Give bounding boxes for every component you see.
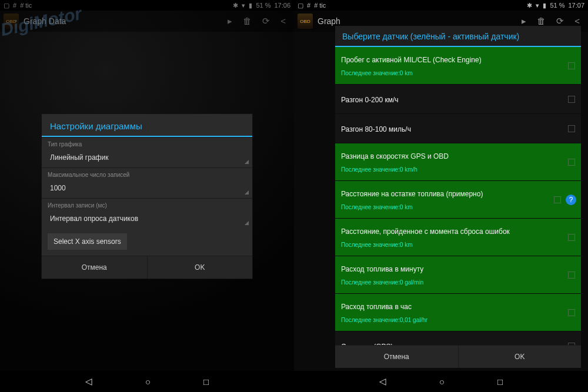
back-icon[interactable]: ◁ bbox=[379, 376, 386, 387]
sensor-name: Скорость (GPS) bbox=[341, 343, 561, 346]
sensor-row[interactable]: Разница в скоростях GPS и OBDПоследнее з… bbox=[335, 143, 581, 181]
sensor-select-dialog: Выберите датчик (зелёный - активный датч… bbox=[335, 26, 581, 368]
clock: 17:07 bbox=[568, 2, 584, 9]
sensor-name: Разгон 80-100 миль/ч bbox=[341, 125, 561, 133]
max-records-label: Максимальное число записей bbox=[42, 167, 252, 179]
recent-icon[interactable]: □ bbox=[497, 377, 503, 387]
select-x-axis-button[interactable]: Select X axis sensors bbox=[48, 233, 127, 250]
sensor-row[interactable]: Разгон 0-200 км/ч bbox=[335, 85, 581, 114]
chart-type-dropdown[interactable]: Линейный график bbox=[42, 149, 252, 167]
trash-icon[interactable]: 🗑 bbox=[537, 16, 546, 26]
home-icon[interactable]: ○ bbox=[145, 377, 151, 387]
sensor-name: Расстояние, пройденное с момента сброса … bbox=[341, 227, 561, 236]
sensor-row[interactable]: Расход топлива в минутуПоследнее значени… bbox=[335, 256, 581, 294]
sensor-last-value: Последнее значение:0 km bbox=[341, 204, 561, 210]
checkbox-icon[interactable] bbox=[568, 272, 575, 279]
sensor-name: Расход топлива в час bbox=[341, 303, 561, 311]
status-app-text: # tic bbox=[314, 2, 326, 9]
back-icon[interactable]: ◁ bbox=[85, 376, 92, 387]
sensor-last-value: Последнее значение:0 km/h bbox=[341, 166, 561, 173]
screen-right: ▢ # # tic ✱ ▾ ▮ 51 % 17:07 OBD Graph ▸ 🗑… bbox=[294, 0, 588, 392]
sensor-last-value: Последнее значение:0 km bbox=[341, 70, 561, 76]
share-icon[interactable]: < bbox=[574, 16, 580, 26]
chart-type-label: Тип графика bbox=[42, 137, 252, 149]
help-icon[interactable]: ? bbox=[566, 195, 576, 205]
screen-left: ▢ # # tic ✱ ▾ ▮ 51 % 17:06 OBD Graph Dat… bbox=[0, 0, 294, 392]
sensor-row[interactable]: Скорость (GPS) bbox=[335, 331, 581, 345]
sensor-last-value: Последнее значение:0 gal/min bbox=[341, 279, 561, 286]
wifi-icon: ▾ bbox=[536, 2, 539, 9]
sensor-row[interactable]: Расстояние, пройденное с момента сброса … bbox=[335, 219, 581, 256]
ok-button[interactable]: OK bbox=[458, 346, 582, 368]
sensor-name: Расход топлива в минуту bbox=[341, 265, 561, 273]
checkbox-icon[interactable] bbox=[568, 159, 575, 166]
record-interval-label: Интервал записи (мс) bbox=[42, 198, 252, 210]
ok-button[interactable]: OK bbox=[147, 256, 253, 279]
sensor-name: Пробег с активной MIL/CEL (Check Engine) bbox=[341, 56, 561, 64]
checkbox-icon[interactable] bbox=[568, 62, 575, 69]
checkbox-icon[interactable] bbox=[568, 343, 575, 346]
sensor-dialog-title: Выберите датчик (зелёный - активный датч… bbox=[335, 26, 581, 47]
graph-settings-dialog: Настройки диаграммы Тип графика Линейный… bbox=[41, 113, 253, 279]
home-icon[interactable]: ○ bbox=[439, 377, 445, 387]
sensor-list[interactable]: Пробег с активной MIL/CEL (Check Engine)… bbox=[335, 47, 581, 345]
nav-bar: ◁ ○ □ bbox=[0, 371, 294, 392]
battery-percent: 51 % bbox=[550, 2, 564, 9]
sensor-row[interactable]: Разгон 80-100 миль/ч bbox=[335, 114, 581, 143]
sensor-last-value: Последнее значение:0 km bbox=[341, 242, 561, 248]
reload-icon[interactable]: ⟳ bbox=[556, 16, 564, 26]
cancel-button[interactable]: Отмена bbox=[42, 256, 147, 279]
sensor-last-value: Последнее значение:0,01 gal/hr bbox=[341, 317, 561, 323]
cancel-button[interactable]: Отмена bbox=[335, 346, 458, 368]
hash-icon: # bbox=[307, 2, 310, 9]
max-records-dropdown[interactable]: 1000 bbox=[42, 179, 252, 198]
app-title: Graph bbox=[318, 16, 340, 26]
nav-bar: ◁ ○ □ bbox=[294, 371, 588, 392]
checkbox-icon[interactable] bbox=[568, 96, 575, 103]
checkbox-icon[interactable] bbox=[568, 309, 575, 316]
battery-icon: ▮ bbox=[543, 2, 546, 9]
record-interval-dropdown[interactable]: Интервал опроса датчиков bbox=[42, 210, 252, 229]
sensor-row[interactable]: Расстояние на остатке топлива (примерно)… bbox=[335, 181, 581, 219]
recent-icon[interactable]: □ bbox=[203, 377, 209, 387]
sensor-name: Разгон 0-200 км/ч bbox=[341, 96, 561, 104]
play-icon[interactable]: ▸ bbox=[522, 16, 526, 26]
sensor-row[interactable]: Пробег с активной MIL/CEL (Check Engine)… bbox=[335, 47, 581, 85]
checkbox-icon[interactable] bbox=[554, 196, 561, 203]
sensor-name: Разница в скоростях GPS и OBD bbox=[341, 152, 561, 160]
sensor-name: Расстояние на остатке топлива (примерно) bbox=[341, 190, 561, 198]
bluetooth-icon: ✱ bbox=[527, 2, 532, 9]
checkbox-icon[interactable] bbox=[568, 234, 575, 241]
dialog-overlay: Настройки диаграммы Тип графика Линейный… bbox=[0, 0, 294, 392]
checkbox-icon[interactable] bbox=[568, 125, 575, 132]
status-box-icon: ▢ bbox=[298, 2, 303, 9]
sensor-row[interactable]: Расход топлива в часПоследнее значение:0… bbox=[335, 294, 581, 331]
status-bar: ▢ # # tic ✱ ▾ ▮ 51 % 17:07 bbox=[294, 0, 588, 11]
app-logo-icon: OBD bbox=[298, 14, 313, 29]
dialog-title: Настройки диаграммы bbox=[42, 114, 252, 137]
